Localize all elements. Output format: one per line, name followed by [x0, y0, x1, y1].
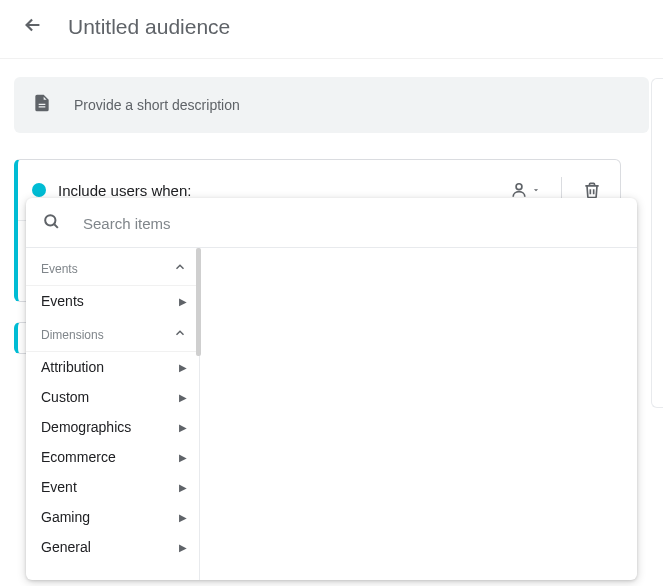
category-label: General: [41, 539, 91, 555]
section-label: Events: [41, 262, 78, 276]
search-input[interactable]: [83, 215, 621, 232]
search-row: [26, 198, 637, 248]
chevron-right-icon: ▶: [179, 362, 187, 373]
chevron-right-icon: ▶: [179, 296, 187, 307]
category-label: Custom: [41, 389, 89, 405]
chevron-down-icon: [531, 185, 541, 195]
category-item-ecommerce[interactable]: Ecommerce ▶: [26, 442, 199, 472]
description-bar[interactable]: Provide a short description: [14, 77, 649, 133]
svg-point-1: [45, 215, 55, 225]
page-title: Untitled audience: [68, 15, 230, 39]
chevron-right-icon: ▶: [179, 422, 187, 433]
chevron-up-icon: [173, 326, 187, 343]
chevron-right-icon: ▶: [179, 512, 187, 523]
condition-indicator-dot: [32, 183, 46, 197]
condition-title: Include users when:: [58, 182, 503, 199]
chevron-up-icon: [173, 260, 187, 277]
category-label: Events: [41, 293, 84, 309]
category-item-gaming[interactable]: Gaming ▶: [26, 502, 199, 532]
back-arrow-icon[interactable]: [18, 10, 48, 44]
category-label: Demographics: [41, 419, 131, 435]
section-events-header[interactable]: Events: [26, 248, 199, 286]
category-label: Ecommerce: [41, 449, 116, 465]
side-panel-peek: [651, 78, 663, 408]
category-label: Gaming: [41, 509, 90, 525]
category-item-custom[interactable]: Custom ▶: [26, 382, 199, 412]
svg-point-0: [516, 184, 522, 190]
item-picker-dropdown: Events Events ▶ Dimensions Attribution ▶: [26, 198, 637, 580]
page-header: Untitled audience: [0, 0, 663, 59]
description-placeholder: Provide a short description: [74, 97, 240, 113]
category-item-general[interactable]: General ▶: [26, 532, 199, 562]
section-label: Dimensions: [41, 328, 104, 342]
chevron-right-icon: ▶: [179, 482, 187, 493]
chevron-right-icon: ▶: [179, 542, 187, 553]
category-label: Event: [41, 479, 77, 495]
category-item-demographics[interactable]: Demographics ▶: [26, 412, 199, 442]
category-item-event[interactable]: Event ▶: [26, 472, 199, 502]
chevron-right-icon: ▶: [179, 392, 187, 403]
description-icon: [32, 93, 52, 117]
category-label: Attribution: [41, 359, 104, 375]
section-dimensions-header[interactable]: Dimensions: [26, 316, 199, 352]
category-list[interactable]: Events Events ▶ Dimensions Attribution ▶: [26, 248, 200, 580]
category-item-attribution[interactable]: Attribution ▶: [26, 352, 199, 382]
chevron-right-icon: ▶: [179, 452, 187, 463]
category-item-events[interactable]: Events ▶: [26, 286, 199, 316]
search-icon: [42, 212, 61, 235]
scrollbar[interactable]: [196, 248, 201, 356]
